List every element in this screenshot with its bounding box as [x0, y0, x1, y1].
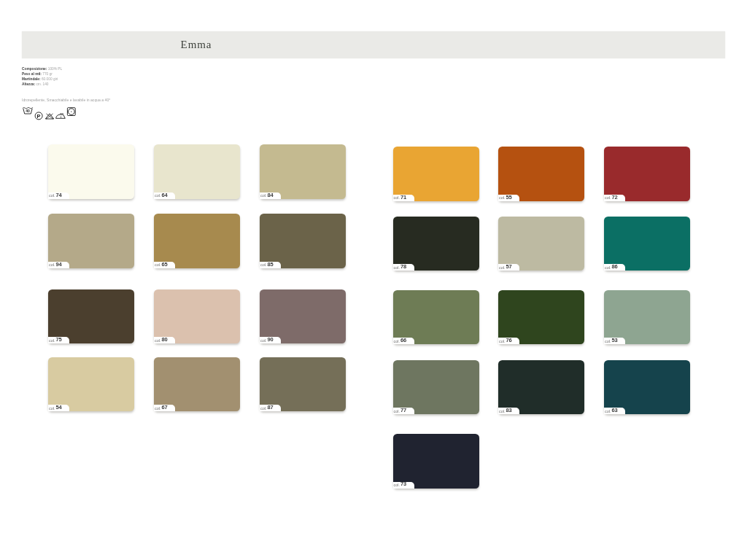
svg-text:40: 40	[26, 109, 30, 113]
svg-text:P: P	[37, 113, 41, 120]
